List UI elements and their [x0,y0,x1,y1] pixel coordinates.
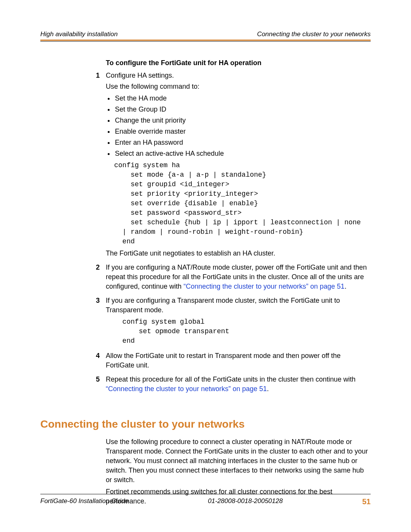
footer-center: 01-28008-0018-20050128 [208,497,283,506]
step-text: If you are configuring a Transparent mod… [106,296,371,315]
page-root: High availability installation Connectin… [0,0,411,532]
text-run: Repeat this procedure for all of the For… [106,375,355,383]
list-item: Select an active-active HA schedule [114,149,371,158]
footer-left: FortiGate-60 Installation Guide [40,497,129,506]
step-4: 4 Allow the FortiGate unit to restart in… [96,351,371,372]
code-block: config system global set opmode transpar… [114,317,371,346]
list-item: Enter an HA password [114,138,371,147]
cross-reference-link[interactable]: “Connecting the cluster to your networks… [106,385,267,393]
step-text: Use the following command to: [106,82,371,91]
step-text: If you are configuring a NAT/Route mode … [106,263,371,291]
step-number: 5 [96,375,106,395]
step-3: 3 If you are configuring a Transparent m… [96,296,371,348]
text-run: . [267,385,269,393]
step-5: 5 Repeat this procedure for all of the F… [96,375,371,395]
list-item: Set the HA mode [114,94,371,103]
text-run: . [344,283,346,290]
content-column: To configure the FortiGate unit for HA o… [106,59,371,395]
step-body: If you are configuring a NAT/Route mode … [106,263,371,293]
section-title: To configure the FortiGate unit for HA o… [106,59,371,67]
step-text: Configure HA settings. [106,71,371,80]
code-block: config system ha set mode {a-a | a-p | s… [114,161,371,246]
step-body: If you are configuring a Transparent mod… [106,296,371,348]
header-rule [40,41,371,42]
step-text: Allow the FortiGate unit to restart in T… [106,351,371,370]
list-item: Change the unit priority [114,116,371,125]
running-footer: FortiGate-60 Installation Guide 01-28008… [40,494,371,506]
step-number: 2 [96,263,106,293]
step-number: 1 [96,71,106,260]
step-2: 2 If you are configuring a NAT/Route mod… [96,263,371,293]
step-text: Repeat this procedure for all of the For… [106,375,371,394]
step-body: Allow the FortiGate unit to restart in T… [106,351,371,372]
section-heading: Connecting the cluster to your networks [40,418,371,430]
step-text: The FortiGate unit negotiates to establi… [106,249,371,258]
body-paragraph: Use the following procedure to connect a… [106,437,371,485]
cross-reference-link[interactable]: “Connecting the cluster to your networks… [183,283,344,290]
header-right: Connecting the cluster to your networks [257,30,371,38]
step-body: Configure HA settings. Use the following… [106,71,371,260]
step-number: 4 [96,351,106,372]
list-item: Enable override master [114,127,371,136]
step-number: 3 [96,296,106,348]
bullet-list: Set the HA mode Set the Group ID Change … [114,94,371,158]
running-header: High availability installation Connectin… [40,30,371,41]
step-1: 1 Configure HA settings. Use the followi… [96,71,371,260]
list-item: Set the Group ID [114,105,371,114]
step-body: Repeat this procedure for all of the For… [106,375,371,395]
header-left: High availability installation [40,30,118,38]
page-number: 51 [362,497,371,506]
